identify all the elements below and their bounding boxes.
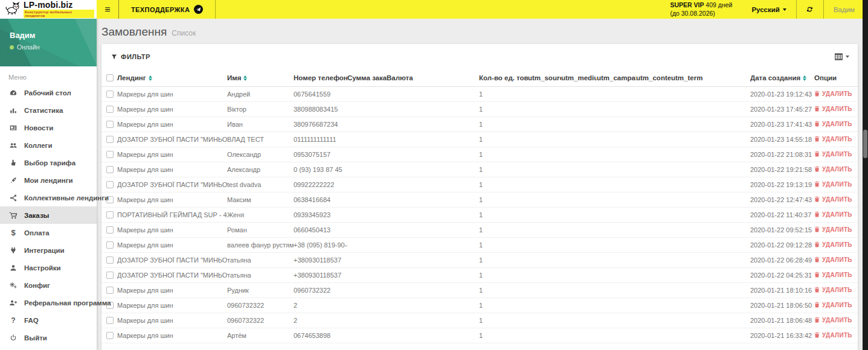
delete-button[interactable]: УДАЛИТЬ <box>814 106 852 113</box>
sidebar-item-settings[interactable]: Настройки <box>0 259 97 276</box>
topbar-username[interactable]: Вадим <box>824 0 868 19</box>
delete-button[interactable]: УДАЛИТЬ <box>814 181 852 188</box>
cell-created: 2020-01-22 06:28:49 <box>750 252 814 267</box>
cell-qty: 1 <box>479 192 528 207</box>
scrollbar-thumb[interactable] <box>863 130 867 158</box>
cart-icon <box>8 211 18 220</box>
cell-utm_term <box>671 267 750 282</box>
table-row: Маркеры для шинвалеев фанур рустямович+3… <box>101 237 858 252</box>
sidebar-item-dashboard[interactable]: Рабочий стол <box>0 84 97 101</box>
trash-icon <box>814 226 820 234</box>
row-checkbox[interactable] <box>106 287 114 294</box>
cell-order_sum <box>347 252 387 267</box>
sidebar-item-collective-landings[interactable]: Коллективные лендинги <box>0 189 97 206</box>
column-header-label: utm_campaign <box>597 74 636 81</box>
cell-phone: 0638416684 <box>294 192 347 207</box>
row-checkbox[interactable] <box>106 121 114 128</box>
language-selector[interactable]: Русский <box>742 0 796 19</box>
cell-qty: 1 <box>479 132 528 147</box>
row-checkbox[interactable] <box>106 317 114 324</box>
sidebar-item-orders[interactable]: Заказы <box>0 206 97 224</box>
select-all-checkbox[interactable] <box>106 74 114 81</box>
delete-button[interactable]: УДАЛИТЬ <box>814 166 852 173</box>
row-checkbox[interactable] <box>106 106 114 113</box>
sidebar-item-label: Коллеги <box>24 142 52 149</box>
row-checkbox[interactable] <box>106 166 114 173</box>
cell-currency <box>387 116 479 132</box>
sidebar-item-integrations[interactable]: Интеграции <box>0 241 97 259</box>
row-checkbox[interactable] <box>106 332 114 339</box>
row-checkbox[interactable] <box>106 256 114 264</box>
sidebar-item-tariff[interactable]: Выбор тарифа <box>0 154 97 171</box>
cell-utm_campaign <box>597 86 636 101</box>
cell-created: 2020-01-22 11:40:37 <box>750 207 814 222</box>
cell-phone: 0674653898 <box>294 328 347 343</box>
support-button[interactable]: ТЕХПОДДЕРЖКА <box>119 0 215 19</box>
cell-utm_medium <box>561 116 597 132</box>
row-checkbox[interactable] <box>106 226 114 234</box>
sidebar-item-referral[interactable]: Реферальная программа <box>0 294 97 311</box>
table-row: ПОРТАТИВНЫЙ ГЕЙМПАД SUP - 400 ИГР В 1Жен… <box>101 207 858 222</box>
delete-button[interactable]: УДАЛИТЬ <box>814 256 852 264</box>
column-settings-button[interactable] <box>835 53 849 60</box>
sidebar-item-config[interactable]: Конфиг <box>0 276 97 294</box>
delete-button[interactable]: УДАЛИТЬ <box>814 317 852 324</box>
sidebar-item-news[interactable]: Новости <box>0 119 97 136</box>
page-scrollbar[interactable] <box>863 0 868 350</box>
delete-button[interactable]: УДАЛИТЬ <box>814 151 852 158</box>
sidebar-item-faq[interactable]: ?FAQ <box>0 311 97 329</box>
sidebar-item-colleagues[interactable]: Коллеги <box>0 136 97 154</box>
sidebar-item-logout[interactable]: Выйти <box>0 329 97 346</box>
cell-name: валеев фанур рустямович <box>227 237 294 252</box>
cell-currency <box>387 207 479 222</box>
row-checkbox[interactable] <box>106 241 114 249</box>
column-header[interactable]: Имя <box>227 69 294 86</box>
cell-utm_source <box>528 252 561 267</box>
delete-button[interactable]: УДАЛИТЬ <box>814 302 852 309</box>
sidebar-item-label: FAQ <box>24 317 39 324</box>
cell-created: 2020-01-21 18:06:48 <box>750 313 814 328</box>
sidebar-item-my-landings[interactable]: Мои лендинги <box>0 171 97 189</box>
cell-name: 0960732322 <box>227 298 294 313</box>
delete-button[interactable]: УДАЛИТЬ <box>814 91 852 98</box>
cell-phone: 380988083415 <box>294 101 347 116</box>
row-checkbox[interactable] <box>106 151 114 158</box>
delete-button[interactable]: УДАЛИТЬ <box>814 136 852 143</box>
delete-button[interactable]: УДАЛИТЬ <box>814 196 852 203</box>
cell-utm_source <box>528 177 561 192</box>
sort-icon[interactable] <box>803 75 806 81</box>
cell-utm_medium <box>561 222 597 237</box>
row-checkbox[interactable] <box>106 136 114 143</box>
cell-landing: Маркеры для шин <box>117 86 227 101</box>
cell-utm_content <box>636 237 671 252</box>
refresh-button[interactable] <box>797 0 823 19</box>
sidebar-item-label: Статистика <box>24 107 63 114</box>
delete-button[interactable]: УДАЛИТЬ <box>814 121 852 128</box>
logo[interactable]: LP-mobi.biz Конструктор мобильных лендин… <box>0 0 97 19</box>
row-checkbox[interactable] <box>106 272 114 279</box>
row-checkbox[interactable] <box>106 211 114 218</box>
hamburger-icon[interactable]: ≡ <box>97 0 118 19</box>
main-content: Замовлення Список ФИЛЬТР ЛендингИмяНомер… <box>97 19 863 350</box>
delete-button[interactable]: УДАЛИТЬ <box>814 287 852 294</box>
delete-button[interactable]: УДАЛИТЬ <box>814 226 852 234</box>
delete-button[interactable]: УДАЛИТЬ <box>814 241 852 249</box>
delete-button[interactable]: УДАЛИТЬ <box>814 272 852 279</box>
filter-button[interactable]: ФИЛЬТР <box>111 53 150 60</box>
sidebar-item-statistics[interactable]: Статистика <box>0 101 97 119</box>
cell-qty: 1 <box>479 237 528 252</box>
sort-icon[interactable] <box>243 75 247 81</box>
sidebar-item-payment[interactable]: $Оплата <box>0 224 97 241</box>
column-header[interactable]: Номер телефона <box>294 69 347 86</box>
column-header[interactable]: Лендинг <box>117 69 227 86</box>
cell-order_sum <box>347 313 387 328</box>
delete-button[interactable]: УДАЛИТЬ <box>814 211 852 218</box>
sort-icon[interactable] <box>149 75 152 81</box>
row-checkbox[interactable] <box>106 181 114 188</box>
cell-name: test dvadva <box>227 177 294 192</box>
column-header[interactable]: Дата создания <box>750 69 814 86</box>
row-checkbox[interactable] <box>106 91 114 98</box>
cell-landing: Маркеры для шин <box>117 116 227 132</box>
delete-button[interactable]: УДАЛИТЬ <box>814 332 852 339</box>
refresh-icon <box>806 5 814 13</box>
